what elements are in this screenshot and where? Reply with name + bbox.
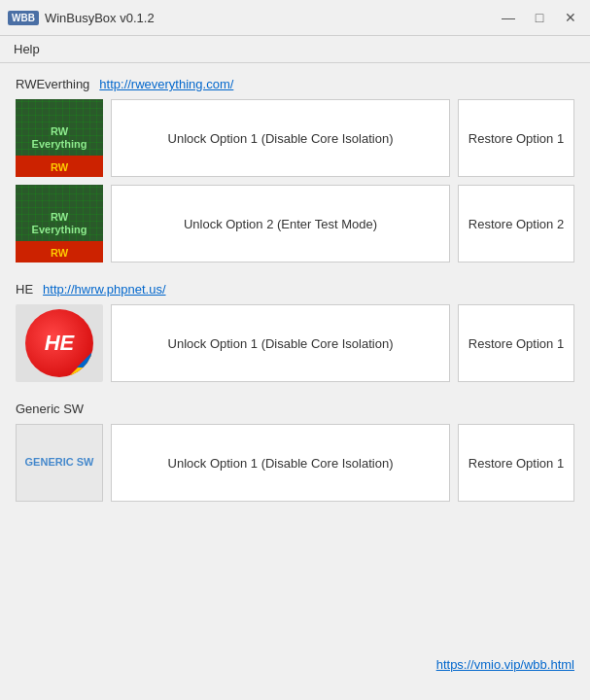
he-section-header: HE http://hwrw.phpnet.us/ [16, 282, 574, 297]
he-unlock-1-button[interactable]: Unlock Option 1 (Disable Core Isolation) [111, 304, 450, 382]
maximize-button[interactable]: □ [528, 6, 551, 29]
menu-bar: Help [0, 36, 590, 63]
app-logo: WBB [8, 11, 39, 25]
he-row-1: HE Unlock Option 1 (Disable Core Isolati… [16, 304, 574, 382]
generic-section-header: Generic SW [16, 402, 574, 416]
main-content: RWEverthing http://rweverything.com/ RWE… [0, 63, 590, 685]
he-label: HE [16, 282, 33, 297]
menu-help[interactable]: Help [8, 40, 46, 58]
rw-link[interactable]: http://rweverything.com/ [99, 77, 233, 91]
rw-section-header: RWEverthing http://rweverything.com/ [16, 77, 574, 91]
rw-icon-1: RWEverything RW [16, 99, 103, 177]
rw-row-1: RWEverything RW Unlock Option 1 (Disable… [16, 99, 574, 177]
rw-row-2: RWEverything RW Unlock Option 2 (Enter T… [16, 185, 574, 262]
generic-icon: GENERIC SW [16, 424, 103, 502]
rw-unlock-2-button[interactable]: Unlock Option 2 (Enter Test Mode) [111, 185, 450, 262]
he-link[interactable]: http://hwrw.phpnet.us/ [43, 282, 165, 297]
he-restore-1-button[interactable]: Restore Option 1 [458, 304, 574, 382]
window-controls: — □ ✕ [497, 6, 582, 29]
generic-unlock-1-button[interactable]: Unlock Option 1 (Disable Core Isolation) [111, 424, 450, 502]
footer-link[interactable]: https://vmio.vip/wbb.html [436, 657, 574, 672]
generic-label: Generic SW [16, 402, 84, 416]
rw-restore-1-button[interactable]: Restore Option 1 [458, 99, 574, 177]
he-icon: HE [16, 304, 103, 382]
title-bar: WBB WinBusyBox v0.1.2 — □ ✕ [0, 0, 590, 36]
rw-unlock-1-button[interactable]: Unlock Option 1 (Disable Core Isolation) [111, 99, 450, 177]
minimize-button[interactable]: — [497, 6, 520, 29]
rw-restore-2-button[interactable]: Restore Option 2 [458, 185, 574, 262]
app-title: WinBusyBox v0.1.2 [45, 11, 497, 25]
rw-icon-2: RWEverything RW [16, 185, 103, 262]
footer: https://vmio.vip/wbb.html [421, 649, 590, 680]
close-button[interactable]: ✕ [559, 6, 582, 29]
generic-restore-1-button[interactable]: Restore Option 1 [458, 424, 574, 502]
generic-row-1: GENERIC SW Unlock Option 1 (Disable Core… [16, 424, 574, 502]
rw-label: RWEverthing [16, 77, 89, 91]
